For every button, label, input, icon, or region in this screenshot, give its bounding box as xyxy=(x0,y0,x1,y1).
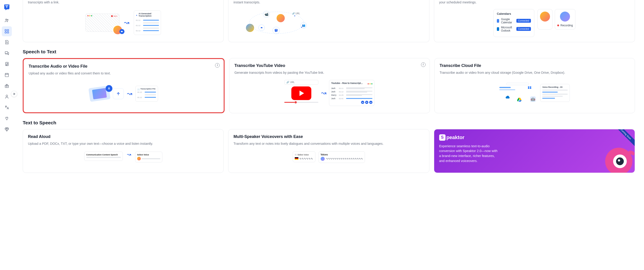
url-input-preview: 🔗URL xyxy=(284,80,318,85)
svg-rect-6 xyxy=(5,73,8,77)
sidebar-item-integrations[interactable] xyxy=(2,113,12,123)
sidebar-item-chat[interactable] xyxy=(2,48,12,58)
next-icon: ⏭ xyxy=(369,101,372,104)
flag-de-icon xyxy=(295,157,298,160)
svg-point-1 xyxy=(7,19,8,20)
arrow-icon: ↝ xyxy=(127,90,132,97)
svg-rect-2 xyxy=(5,29,6,31)
card-share-transcripts[interactable]: transcripts with a link. REC ↝ ✦AI Gener… xyxy=(23,0,224,42)
card-desc: Transform any text or notes into lively … xyxy=(234,141,424,146)
svg-point-13 xyxy=(301,27,302,28)
card-transcribe-cloud[interactable]: Transcribe Cloud File Transcribe audio o… xyxy=(434,58,635,113)
mic-icon xyxy=(106,85,112,92)
card-transcribe-audio-video[interactable]: i Transcribe Audio or Video File Upload … xyxy=(23,58,224,113)
google-drive-icon xyxy=(516,96,523,103)
card-title: Multi-Speaker Voiceovers with Ease xyxy=(234,134,424,139)
card-desc: Generate transcripts from videos by past… xyxy=(234,70,424,75)
card-desc: Experience seamless text-to-audio conver… xyxy=(439,144,498,164)
card-desc: Upload a PDF, DOCx, TXT, or type your ow… xyxy=(28,141,218,146)
card-transcribe-youtube[interactable]: i Transcribe YouTube Video Generate tran… xyxy=(229,58,430,113)
sidebar-item-premium[interactable] xyxy=(2,124,12,134)
select-voice-panel: Select Voice xyxy=(135,152,162,162)
sidebar-item-dashboard[interactable] xyxy=(2,26,12,36)
svg-rect-3 xyxy=(7,29,8,31)
card-speaktor-promo[interactable]: Coming Soon Speaktor Experience seamless… xyxy=(434,129,635,173)
speaktor-logo: Speaktor xyxy=(439,134,630,141)
video-icon xyxy=(120,30,123,33)
card-desc: your scheduled meetings. xyxy=(439,0,630,5)
card-title: Transcribe Cloud File xyxy=(440,63,630,68)
arrow-icon: ↝ xyxy=(321,89,326,97)
meeting-avatar-card xyxy=(538,9,552,29)
card-desc: Transcribe audio or video from any cloud… xyxy=(440,70,630,75)
chevron-right-double-icon xyxy=(12,92,16,95)
sidebar-item-gift[interactable] xyxy=(2,81,12,91)
svg-rect-14 xyxy=(108,87,110,88)
app-logo[interactable] xyxy=(2,2,12,12)
svg-rect-5 xyxy=(7,32,8,33)
svg-point-12 xyxy=(294,15,295,16)
sidebar-item-translate[interactable] xyxy=(2,103,12,113)
card-title: Transcribe YouTube Video xyxy=(234,63,424,68)
arrow-icon: ↝ xyxy=(124,19,129,26)
calendars-panel: Calendars Google CalendarConnected Micro… xyxy=(494,9,534,37)
upload-icon xyxy=(113,88,124,99)
meeting-avatar-card: Recording xyxy=(555,9,576,29)
card-title: Transcribe Audio or Video File xyxy=(28,64,219,69)
svg-point-11 xyxy=(249,12,304,33)
card-desc: instant transcripts. xyxy=(234,0,424,5)
main-content: transcripts with a link. REC ↝ ✦AI Gener… xyxy=(14,0,644,270)
cloud-transcript-panel: Voice Recording - 03 xyxy=(540,84,570,102)
sidebar-item-documents[interactable] xyxy=(2,37,12,47)
ai-transcript-panel: ✦AI Generated Transcription 01:12 01:12 … xyxy=(134,10,161,35)
dropbox-icon xyxy=(526,85,534,92)
section-title-speech-to-text: Speech to Text xyxy=(23,49,635,54)
onedrive-icon xyxy=(504,94,511,101)
sidebar xyxy=(0,0,14,270)
sidebar-item-calendar[interactable] xyxy=(2,70,12,80)
youtube-play-icon xyxy=(291,86,311,100)
svg-point-0 xyxy=(6,19,7,20)
svg-point-8 xyxy=(6,95,8,97)
info-icon[interactable]: i xyxy=(215,63,220,68)
card-desc: Upload any audio or video files and conv… xyxy=(28,71,219,76)
sidebar-expand-button[interactable] xyxy=(11,91,17,97)
info-icon[interactable]: i xyxy=(421,62,426,67)
play-icon: ▶ xyxy=(365,101,368,104)
card-scheduled-meetings[interactable]: your scheduled meetings. Calendars Googl… xyxy=(434,0,635,42)
transcription-file-panel: 📄Transcription File 01:12 01:12 xyxy=(135,86,158,102)
section-title-text-to-speech: Text to Speech xyxy=(23,120,635,125)
card-title: Read Aloud xyxy=(28,134,218,139)
sidebar-item-notes[interactable] xyxy=(2,59,12,69)
speaktor-mascot xyxy=(601,143,635,173)
bot-icon: 🤖 xyxy=(530,96,536,102)
content-speech-panel: Communication Content Speech xyxy=(84,152,123,161)
sidebar-item-profile[interactable] xyxy=(2,92,12,102)
arrow-icon: ↝ xyxy=(127,152,131,157)
card-instant-transcripts[interactable]: instant transcripts. 📹 👥 🔗URL xyxy=(228,0,429,42)
select-voice-mini: ⦀⦀Select Voice ∿∿∿∿∿∿ xyxy=(293,151,316,162)
youtube-transcript-panel: Youtube - How to transcript... Jack01:11… xyxy=(329,80,374,106)
prev-icon: ⏮ xyxy=(361,101,364,104)
card-read-aloud[interactable]: Read Aloud Upload a PDF, DOCx, TXT, or t… xyxy=(23,129,224,173)
svg-rect-4 xyxy=(5,32,6,33)
svg-rect-9 xyxy=(121,31,122,32)
voices-panel: Voices ∿∿∿∿∿∿∿∿∿∿∿∿∿∿∿∿∿∿ xyxy=(318,151,365,163)
card-desc: transcripts with a link. xyxy=(28,0,218,5)
sidebar-item-team[interactable] xyxy=(2,15,12,25)
card-multi-speaker[interactable]: Multi-Speaker Voiceovers with Ease Trans… xyxy=(228,129,429,173)
